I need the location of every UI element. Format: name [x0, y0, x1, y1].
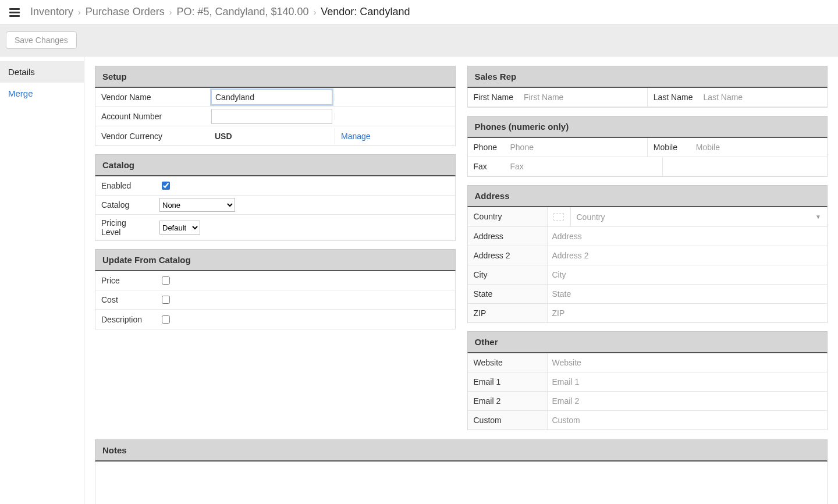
- country-label: Country: [468, 207, 548, 226]
- vendor-currency-label: Vendor Currency: [95, 128, 209, 144]
- mobile-input[interactable]: [691, 140, 825, 155]
- menu-icon[interactable]: [9, 8, 20, 16]
- update-cost-label: Cost: [95, 292, 154, 308]
- address-label: Address: [468, 227, 548, 246]
- pricing-level-label: Pricing Level: [95, 215, 154, 240]
- city-label: City: [468, 265, 548, 284]
- address2-input[interactable]: [548, 246, 828, 265]
- vendor-name-label: Vendor Name: [95, 89, 209, 105]
- country-placeholder: Country: [571, 212, 810, 222]
- email1-label: Email 1: [468, 372, 548, 391]
- sidebar-item-merge[interactable]: Merge: [0, 83, 84, 104]
- salesrep-panel: First Name Last Name: [467, 88, 828, 108]
- breadcrumb-bar: Inventory › Purchase Orders › PO: #5, Ca…: [0, 0, 838, 24]
- custom-label: Custom: [468, 411, 548, 430]
- account-number-label: Account Number: [95, 108, 209, 125]
- sidebar-item-details[interactable]: Details: [0, 61, 84, 83]
- catalog-select[interactable]: None: [159, 198, 235, 212]
- save-changes-button[interactable]: Save Changes: [6, 31, 77, 49]
- zip-label: ZIP: [468, 304, 548, 322]
- content: Setup Vendor Name Account Number Vendor …: [84, 56, 838, 504]
- chevron-right-icon: ›: [78, 8, 81, 17]
- salesrep-header: Sales Rep: [467, 66, 828, 88]
- breadcrumb-inventory[interactable]: Inventory: [30, 6, 73, 18]
- website-label: Website: [468, 353, 548, 372]
- notes-header: Notes: [95, 439, 828, 462]
- website-input[interactable]: [548, 353, 828, 372]
- catalog-select-label: Catalog: [95, 197, 154, 213]
- email1-input[interactable]: [548, 372, 828, 391]
- notes-body[interactable]: [95, 462, 828, 504]
- address-panel: Country Country ▼ Address: [467, 207, 828, 323]
- update-description-label: Description: [95, 311, 154, 328]
- fax-input[interactable]: [506, 159, 660, 174]
- flag-icon: [553, 213, 564, 221]
- city-input[interactable]: [548, 265, 828, 284]
- update-cost-checkbox[interactable]: [162, 296, 170, 304]
- phones-header: Phones (numeric only): [467, 116, 828, 138]
- update-panel: Price Cost Description: [95, 271, 456, 329]
- other-header: Other: [467, 331, 828, 353]
- last-name-input[interactable]: [698, 90, 825, 105]
- email2-label: Email 2: [468, 392, 548, 410]
- chevron-right-icon: ›: [169, 8, 172, 17]
- setup-panel: Vendor Name Account Number Vendor Curren…: [95, 88, 456, 146]
- first-name-label: First Name: [468, 89, 519, 105]
- other-panel: Website Email 1 Email 2 Custom: [467, 353, 828, 430]
- chevron-right-icon: ›: [314, 8, 317, 17]
- catalog-panel: Enabled Catalog None Pricing Level Defau…: [95, 176, 456, 241]
- chevron-down-icon: ▼: [809, 214, 827, 220]
- update-description-checkbox[interactable]: [162, 315, 170, 324]
- setup-header: Setup: [95, 66, 456, 88]
- custom-input[interactable]: [548, 411, 828, 430]
- phone-input[interactable]: [506, 140, 645, 155]
- phone-label: Phone: [468, 139, 506, 155]
- manage-currency-link[interactable]: Manage: [341, 132, 371, 141]
- breadcrumb-current: Vendor: Candyland: [321, 6, 410, 18]
- state-input[interactable]: [548, 285, 828, 303]
- update-header: Update From Catalog: [95, 249, 456, 271]
- zip-input[interactable]: [548, 304, 828, 322]
- state-label: State: [468, 285, 548, 303]
- update-price-label: Price: [95, 272, 154, 289]
- notes-section: Notes: [95, 439, 828, 504]
- mobile-label: Mobile: [648, 139, 691, 155]
- left-column: Setup Vendor Name Account Number Vendor …: [95, 66, 456, 329]
- address-header: Address: [467, 185, 828, 207]
- fax-label: Fax: [468, 158, 506, 175]
- address-input[interactable]: [548, 227, 828, 246]
- country-select[interactable]: Country ▼: [548, 207, 828, 226]
- vendor-name-input[interactable]: [211, 90, 332, 105]
- first-name-input[interactable]: [519, 90, 645, 105]
- toolbar: Save Changes: [0, 24, 838, 56]
- catalog-enabled-checkbox[interactable]: [162, 182, 170, 190]
- catalog-header: Catalog: [95, 154, 456, 176]
- breadcrumb-po[interactable]: PO: #5, Candyland, $140.00: [176, 6, 308, 18]
- sidebar: Details Merge: [0, 56, 84, 504]
- email2-input[interactable]: [548, 392, 828, 410]
- update-price-checkbox[interactable]: [162, 276, 170, 285]
- right-column: Sales Rep First Name Last Name: [467, 66, 828, 430]
- last-name-label: Last Name: [648, 89, 699, 105]
- vendor-currency-value: USD: [209, 128, 335, 144]
- address2-label: Address 2: [468, 246, 548, 265]
- pricing-level-select[interactable]: Default: [159, 221, 200, 235]
- phones-panel: Phone Mobile Fax: [467, 138, 828, 177]
- account-number-input[interactable]: [211, 109, 332, 124]
- catalog-enabled-label: Enabled: [95, 178, 154, 194]
- breadcrumb-purchase-orders[interactable]: Purchase Orders: [86, 6, 165, 18]
